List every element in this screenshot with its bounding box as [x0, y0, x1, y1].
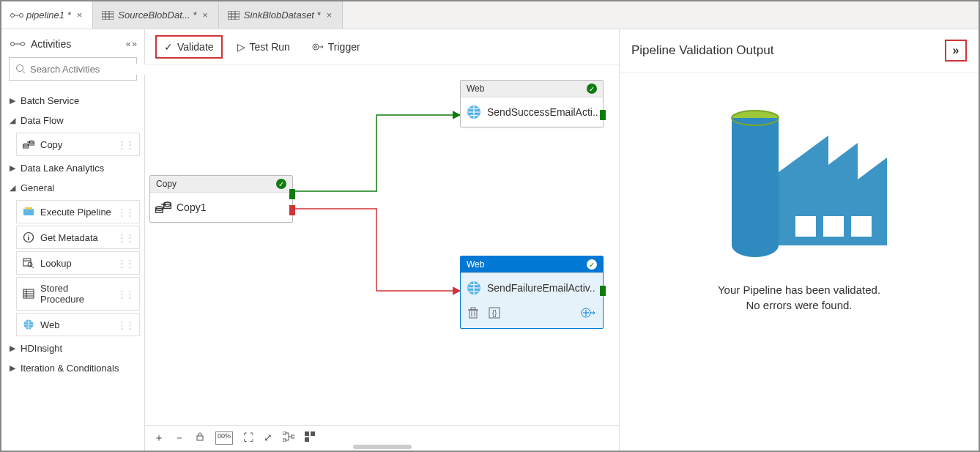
delete-icon[interactable] — [468, 307, 478, 321]
fullscreen-button[interactable]: ⤢ — [264, 431, 272, 445]
grip-icon: ⋮⋮ — [117, 207, 133, 218]
svg-rect-8 — [228, 11, 240, 20]
svg-rect-61 — [305, 437, 309, 442]
grip-icon: ⋮⋮ — [117, 319, 133, 330]
svg-rect-57 — [283, 439, 286, 442]
web-icon — [23, 319, 34, 330]
copy-icon — [23, 138, 34, 150]
node-copy[interactable]: Copy Copy1 — [149, 175, 293, 223]
web-icon — [466, 280, 482, 296]
validate-button[interactable]: ✓ Validate — [155, 35, 223, 59]
gear-icon — [312, 42, 324, 52]
node-failure[interactable]: Web SendFailureEmailActiv.. {} — [460, 256, 604, 329]
activity-item[interactable]: Lookup⋮⋮ — [16, 251, 140, 275]
svg-rect-3 — [102, 11, 114, 20]
port-success[interactable] — [289, 189, 295, 199]
node-name: SendFailureEmailActiv.. — [487, 282, 595, 294]
activity-item[interactable]: Get Metadata⋮⋮ — [16, 226, 140, 249]
svg-rect-55 — [197, 436, 203, 440]
svg-rect-59 — [305, 431, 309, 436]
group-label: HDInsight — [21, 343, 137, 354]
grip-icon: ⋮⋮ — [117, 139, 133, 150]
port-output[interactable] — [600, 286, 606, 296]
close-icon[interactable]: × — [75, 10, 84, 21]
activities-panel: Activities « » ▶Batch Service◢Data FlowC… — [1, 29, 145, 451]
tree-group[interactable]: ◢Data Flow — [6, 111, 140, 130]
node-success[interactable]: Web SendSuccessEmailActi.. — [460, 80, 604, 127]
tree-group[interactable]: ▶Batch Service — [6, 91, 140, 111]
fit-screen-button[interactable]: ⛶ — [243, 431, 253, 445]
status-ok-icon — [587, 84, 597, 94]
add-output-icon[interactable] — [581, 307, 595, 321]
zoom-in-button[interactable]: ＋ — [154, 431, 164, 445]
activity-label: Copy — [40, 139, 62, 150]
canvas[interactable]: Copy Copy1Web SendSuccessEmailActi..Web … — [145, 65, 619, 425]
copy-icon — [155, 199, 171, 215]
align-button[interactable] — [305, 431, 315, 445]
svg-rect-23 — [25, 207, 32, 210]
search-input[interactable] — [30, 64, 153, 75]
panel-collapse-button[interactable]: » — [945, 40, 967, 62]
tab-sinkblob[interactable]: SinkBlobDataset * × — [219, 1, 343, 29]
zoom-out-button[interactable]: － — [174, 431, 185, 445]
svg-rect-49 — [471, 308, 475, 310]
tab-pipeline1[interactable]: pipeline1 * × — [1, 1, 93, 29]
play-icon: ▷ — [237, 41, 245, 53]
svg-point-0 — [11, 13, 15, 17]
tab-label: SourceBlobDat... * — [118, 10, 196, 21]
activity-item[interactable]: Execute Pipeline⋮⋮ — [16, 200, 140, 223]
scrollbar-thumb[interactable] — [353, 445, 412, 449]
activities-icon — [10, 39, 25, 49]
group-label: Data Flow — [21, 115, 137, 126]
close-icon[interactable]: × — [201, 10, 209, 21]
activity-label: Execute Pipeline — [40, 207, 111, 218]
tree-group[interactable]: ▶Data Lake Analytics — [6, 158, 140, 178]
close-icon[interactable]: × — [325, 10, 334, 21]
port-failure[interactable] — [289, 205, 295, 215]
activity-item[interactable]: Web⋮⋮ — [16, 313, 140, 336]
grip-icon: ⋮⋮ — [117, 232, 133, 243]
editor-toolbar: ✓ Validate ▷ Test Run Trigger — [145, 29, 619, 65]
auto-layout-button[interactable] — [283, 431, 294, 445]
svg-point-13 — [11, 42, 15, 46]
expand-all-icon[interactable]: » — [132, 39, 137, 49]
search-icon — [15, 64, 26, 74]
zoom-100-button[interactable]: 00% — [215, 431, 233, 445]
svg-text:{}: {} — [492, 309, 497, 317]
code-icon[interactable]: {} — [489, 307, 500, 321]
group-label: Batch Service — [21, 95, 137, 106]
lock-icon[interactable] — [195, 431, 205, 445]
activity-item[interactable]: Stored Procedure⋮⋮ — [16, 277, 140, 311]
collapse-all-icon[interactable]: « — [126, 39, 131, 49]
svg-point-1 — [20, 13, 23, 17]
sproc-icon — [23, 288, 34, 300]
tree-group[interactable]: ▶Iteration & Conditionals — [6, 358, 140, 378]
svg-rect-56 — [283, 431, 286, 434]
tab-sourceblob[interactable]: SourceBlobDat... * × — [93, 1, 219, 29]
status-ok-icon — [276, 179, 286, 189]
caret-down-icon: ◢ — [9, 183, 16, 193]
port-output[interactable] — [600, 110, 606, 120]
pipeline-icon — [10, 11, 22, 20]
test-run-button[interactable]: ▷ Test Run — [230, 37, 297, 57]
panel-title: Pipeline Validation Output — [631, 43, 773, 58]
factory-illustration — [704, 92, 894, 267]
svg-rect-45 — [469, 310, 477, 318]
svg-point-37 — [313, 44, 319, 50]
group-label: General — [21, 182, 137, 193]
node-type: Web — [467, 84, 484, 94]
activity-label: Lookup — [40, 258, 72, 269]
activity-item[interactable]: Copy⋮⋮ — [16, 133, 140, 156]
meta-icon — [23, 231, 34, 243]
trigger-button[interactable]: Trigger — [305, 37, 368, 57]
svg-point-16 — [17, 65, 23, 72]
tree-group[interactable]: ◢General — [6, 178, 140, 198]
caret-down-icon: ◢ — [9, 116, 16, 125]
search-activities[interactable] — [9, 57, 137, 81]
pipeline-editor: ✓ Validate ▷ Test Run Trigger Copy Cop — [145, 29, 620, 451]
exec-icon — [23, 206, 34, 218]
tree-group[interactable]: ▶HDInsight — [6, 338, 140, 358]
node-name: SendSuccessEmailActi.. — [487, 106, 598, 118]
caret-right-icon: ▶ — [9, 363, 16, 373]
check-icon: ✓ — [164, 41, 173, 53]
